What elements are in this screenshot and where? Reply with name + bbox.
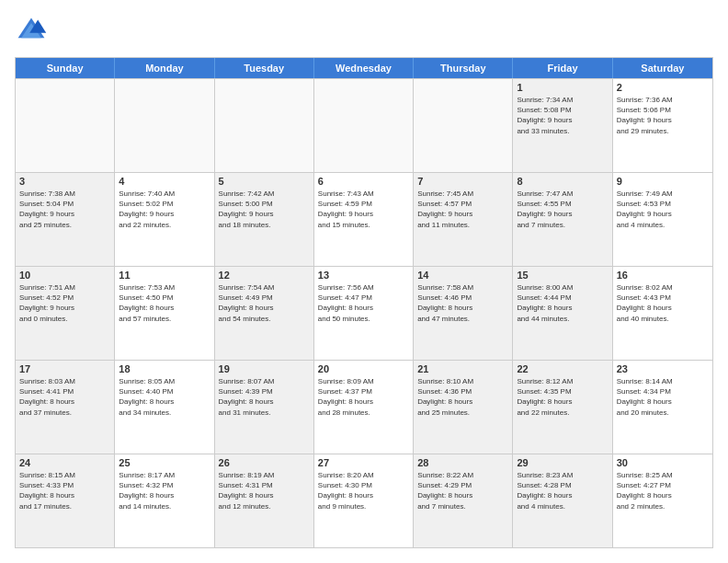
logo xyxy=(15,15,51,48)
cal-cell: 1Sunrise: 7:34 AM Sunset: 5:08 PM Daylig… xyxy=(513,79,612,172)
cal-cell: 27Sunrise: 8:20 AM Sunset: 4:30 PM Dayli… xyxy=(314,454,414,547)
day-number: 1 xyxy=(517,82,608,93)
day-info: Sunrise: 7:34 AM Sunset: 5:08 PM Dayligh… xyxy=(517,95,608,136)
day-number: 28 xyxy=(417,457,508,468)
cal-cell: 10Sunrise: 7:51 AM Sunset: 4:52 PM Dayli… xyxy=(16,267,115,360)
day-number: 13 xyxy=(318,270,409,281)
header-day-monday: Monday xyxy=(115,58,214,78)
day-info: Sunrise: 7:54 AM Sunset: 4:49 PM Dayligh… xyxy=(219,282,310,324)
day-info: Sunrise: 8:10 AM Sunset: 4:36 PM Dayligh… xyxy=(417,376,508,418)
day-info: Sunrise: 8:03 AM Sunset: 4:41 PM Dayligh… xyxy=(19,376,110,418)
day-number: 11 xyxy=(119,270,210,281)
cal-cell: 15Sunrise: 8:00 AM Sunset: 4:44 PM Dayli… xyxy=(513,267,612,360)
cal-cell: 29Sunrise: 8:23 AM Sunset: 4:28 PM Dayli… xyxy=(513,454,612,547)
day-info: Sunrise: 8:23 AM Sunset: 4:28 PM Dayligh… xyxy=(517,470,608,511)
day-number: 16 xyxy=(617,270,709,281)
cal-cell: 4Sunrise: 7:40 AM Sunset: 5:02 PM Daylig… xyxy=(115,173,214,266)
cal-cell: 3Sunrise: 7:38 AM Sunset: 5:04 PM Daylig… xyxy=(16,173,115,266)
day-info: Sunrise: 8:05 AM Sunset: 4:40 PM Dayligh… xyxy=(119,376,210,418)
cal-cell: 9Sunrise: 7:49 AM Sunset: 4:53 PM Daylig… xyxy=(613,173,712,266)
day-info: Sunrise: 8:25 AM Sunset: 4:27 PM Dayligh… xyxy=(617,470,709,511)
header-day-friday: Friday xyxy=(513,58,612,78)
cal-row-2: 10Sunrise: 7:51 AM Sunset: 4:52 PM Dayli… xyxy=(16,266,712,360)
day-number: 25 xyxy=(119,457,210,468)
day-number: 10 xyxy=(19,270,110,281)
day-number: 21 xyxy=(417,363,508,374)
day-number: 27 xyxy=(318,457,409,468)
day-number: 18 xyxy=(119,363,210,374)
cal-cell: 19Sunrise: 8:07 AM Sunset: 4:39 PM Dayli… xyxy=(215,361,314,454)
day-number: 6 xyxy=(318,176,409,187)
day-info: Sunrise: 7:51 AM Sunset: 4:52 PM Dayligh… xyxy=(19,282,110,324)
header xyxy=(15,15,713,48)
day-number: 19 xyxy=(219,363,310,374)
day-number: 29 xyxy=(517,457,608,468)
day-number: 9 xyxy=(617,176,709,187)
calendar-body: 1Sunrise: 7:34 AM Sunset: 5:08 PM Daylig… xyxy=(16,78,712,547)
day-number: 8 xyxy=(517,176,608,187)
day-info: Sunrise: 8:02 AM Sunset: 4:43 PM Dayligh… xyxy=(617,282,709,324)
day-number: 5 xyxy=(219,176,310,187)
day-number: 7 xyxy=(417,176,508,187)
day-number: 3 xyxy=(19,176,110,187)
day-info: Sunrise: 8:14 AM Sunset: 4:34 PM Dayligh… xyxy=(617,376,709,418)
day-number: 30 xyxy=(617,457,709,468)
cal-cell: 17Sunrise: 8:03 AM Sunset: 4:41 PM Dayli… xyxy=(16,361,115,454)
header-day-thursday: Thursday xyxy=(414,58,513,78)
day-info: Sunrise: 8:22 AM Sunset: 4:29 PM Dayligh… xyxy=(417,470,508,511)
cal-cell: 21Sunrise: 8:10 AM Sunset: 4:36 PM Dayli… xyxy=(414,361,513,454)
cal-cell: 6Sunrise: 7:43 AM Sunset: 4:59 PM Daylig… xyxy=(314,173,414,266)
cal-cell: 26Sunrise: 8:19 AM Sunset: 4:31 PM Dayli… xyxy=(215,454,314,547)
day-info: Sunrise: 8:12 AM Sunset: 4:35 PM Dayligh… xyxy=(517,376,608,418)
cal-cell: 11Sunrise: 7:53 AM Sunset: 4:50 PM Dayli… xyxy=(115,267,214,360)
cal-cell: 28Sunrise: 8:22 AM Sunset: 4:29 PM Dayli… xyxy=(414,454,513,547)
logo-icon xyxy=(15,15,48,48)
day-info: Sunrise: 8:19 AM Sunset: 4:31 PM Dayligh… xyxy=(219,470,310,511)
cal-cell xyxy=(115,79,214,172)
day-info: Sunrise: 7:42 AM Sunset: 5:00 PM Dayligh… xyxy=(219,189,310,230)
header-day-saturday: Saturday xyxy=(613,58,712,78)
day-number: 20 xyxy=(318,363,409,374)
day-info: Sunrise: 7:49 AM Sunset: 4:53 PM Dayligh… xyxy=(617,189,709,230)
header-day-wednesday: Wednesday xyxy=(314,58,414,78)
day-info: Sunrise: 7:56 AM Sunset: 4:47 PM Dayligh… xyxy=(318,282,409,324)
cal-cell: 24Sunrise: 8:15 AM Sunset: 4:33 PM Dayli… xyxy=(16,454,115,547)
day-info: Sunrise: 7:38 AM Sunset: 5:04 PM Dayligh… xyxy=(19,189,110,230)
cal-cell: 13Sunrise: 7:56 AM Sunset: 4:47 PM Dayli… xyxy=(314,267,414,360)
day-number: 23 xyxy=(617,363,709,374)
day-number: 14 xyxy=(417,270,508,281)
cal-row-4: 24Sunrise: 8:15 AM Sunset: 4:33 PM Dayli… xyxy=(16,454,712,547)
day-info: Sunrise: 8:00 AM Sunset: 4:44 PM Dayligh… xyxy=(517,282,608,324)
cal-row-0: 1Sunrise: 7:34 AM Sunset: 5:08 PM Daylig… xyxy=(16,78,712,172)
day-info: Sunrise: 8:20 AM Sunset: 4:30 PM Dayligh… xyxy=(318,470,409,511)
header-day-tuesday: Tuesday xyxy=(215,58,314,78)
cal-cell: 18Sunrise: 8:05 AM Sunset: 4:40 PM Dayli… xyxy=(115,361,214,454)
day-number: 2 xyxy=(617,82,709,93)
calendar-header: SundayMondayTuesdayWednesdayThursdayFrid… xyxy=(16,58,712,78)
day-info: Sunrise: 7:58 AM Sunset: 4:46 PM Dayligh… xyxy=(417,282,508,324)
day-info: Sunrise: 8:15 AM Sunset: 4:33 PM Dayligh… xyxy=(19,470,110,511)
day-info: Sunrise: 8:17 AM Sunset: 4:32 PM Dayligh… xyxy=(119,470,210,511)
cal-cell: 12Sunrise: 7:54 AM Sunset: 4:49 PM Dayli… xyxy=(215,267,314,360)
day-info: Sunrise: 7:43 AM Sunset: 4:59 PM Dayligh… xyxy=(318,189,409,230)
cal-row-3: 17Sunrise: 8:03 AM Sunset: 4:41 PM Dayli… xyxy=(16,360,712,454)
day-info: Sunrise: 8:09 AM Sunset: 4:37 PM Dayligh… xyxy=(318,376,409,418)
cal-cell: 30Sunrise: 8:25 AM Sunset: 4:27 PM Dayli… xyxy=(613,454,712,547)
cal-cell xyxy=(215,79,314,172)
day-info: Sunrise: 7:45 AM Sunset: 4:57 PM Dayligh… xyxy=(417,189,508,230)
cal-cell xyxy=(414,79,513,172)
cal-cell: 5Sunrise: 7:42 AM Sunset: 5:00 PM Daylig… xyxy=(215,173,314,266)
cal-cell: 25Sunrise: 8:17 AM Sunset: 4:32 PM Dayli… xyxy=(115,454,214,547)
page: SundayMondayTuesdayWednesdayThursdayFrid… xyxy=(0,0,728,563)
calendar: SundayMondayTuesdayWednesdayThursdayFrid… xyxy=(15,57,713,548)
cal-row-1: 3Sunrise: 7:38 AM Sunset: 5:04 PM Daylig… xyxy=(16,172,712,266)
cal-cell: 8Sunrise: 7:47 AM Sunset: 4:55 PM Daylig… xyxy=(513,173,612,266)
cal-cell: 7Sunrise: 7:45 AM Sunset: 4:57 PM Daylig… xyxy=(414,173,513,266)
day-info: Sunrise: 7:53 AM Sunset: 4:50 PM Dayligh… xyxy=(119,282,210,324)
cal-cell xyxy=(314,79,414,172)
day-number: 22 xyxy=(517,363,608,374)
cal-cell: 22Sunrise: 8:12 AM Sunset: 4:35 PM Dayli… xyxy=(513,361,612,454)
day-number: 12 xyxy=(219,270,310,281)
day-number: 24 xyxy=(19,457,110,468)
day-number: 4 xyxy=(119,176,210,187)
